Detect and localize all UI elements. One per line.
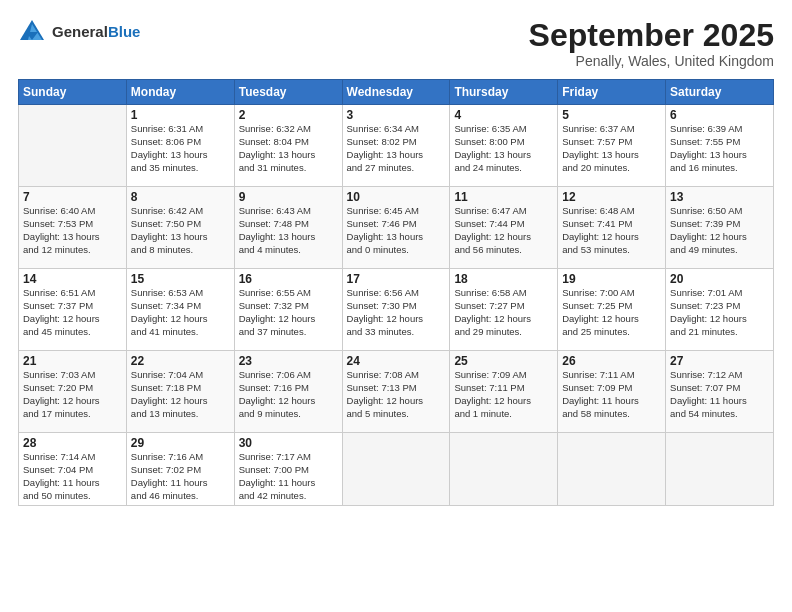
- day-number: 9: [239, 190, 338, 204]
- day-number: 13: [670, 190, 769, 204]
- col-saturday: Saturday: [666, 80, 774, 105]
- location: Penally, Wales, United Kingdom: [529, 53, 774, 69]
- table-row: [342, 433, 450, 506]
- day-info: Sunrise: 6:42 AMSunset: 7:50 PMDaylight:…: [131, 205, 230, 256]
- day-number: 21: [23, 354, 122, 368]
- day-number: 16: [239, 272, 338, 286]
- day-number: 27: [670, 354, 769, 368]
- day-number: 17: [347, 272, 446, 286]
- table-row: 6Sunrise: 6:39 AMSunset: 7:55 PMDaylight…: [666, 105, 774, 187]
- day-info: Sunrise: 6:34 AMSunset: 8:02 PMDaylight:…: [347, 123, 446, 174]
- table-row: 2Sunrise: 6:32 AMSunset: 8:04 PMDaylight…: [234, 105, 342, 187]
- day-number: 30: [239, 436, 338, 450]
- day-info: Sunrise: 7:11 AMSunset: 7:09 PMDaylight:…: [562, 369, 661, 420]
- day-number: 22: [131, 354, 230, 368]
- day-number: 25: [454, 354, 553, 368]
- table-row: 10Sunrise: 6:45 AMSunset: 7:46 PMDayligh…: [342, 187, 450, 269]
- table-row: 13Sunrise: 6:50 AMSunset: 7:39 PMDayligh…: [666, 187, 774, 269]
- page: GeneralBlue September 2025 Penally, Wale…: [0, 0, 792, 612]
- table-row: 11Sunrise: 6:47 AMSunset: 7:44 PMDayligh…: [450, 187, 558, 269]
- table-row: 16Sunrise: 6:55 AMSunset: 7:32 PMDayligh…: [234, 269, 342, 351]
- day-info: Sunrise: 7:06 AMSunset: 7:16 PMDaylight:…: [239, 369, 338, 420]
- table-row: 23Sunrise: 7:06 AMSunset: 7:16 PMDayligh…: [234, 351, 342, 433]
- table-row: 28Sunrise: 7:14 AMSunset: 7:04 PMDayligh…: [19, 433, 127, 506]
- table-row: 8Sunrise: 6:42 AMSunset: 7:50 PMDaylight…: [126, 187, 234, 269]
- day-info: Sunrise: 6:45 AMSunset: 7:46 PMDaylight:…: [347, 205, 446, 256]
- col-sunday: Sunday: [19, 80, 127, 105]
- title-block: September 2025 Penally, Wales, United Ki…: [529, 18, 774, 69]
- day-number: 5: [562, 108, 661, 122]
- day-info: Sunrise: 6:53 AMSunset: 7:34 PMDaylight:…: [131, 287, 230, 338]
- calendar-table: Sunday Monday Tuesday Wednesday Thursday…: [18, 79, 774, 506]
- day-info: Sunrise: 6:47 AMSunset: 7:44 PMDaylight:…: [454, 205, 553, 256]
- day-number: 7: [23, 190, 122, 204]
- calendar-header-row: Sunday Monday Tuesday Wednesday Thursday…: [19, 80, 774, 105]
- table-row: 27Sunrise: 7:12 AMSunset: 7:07 PMDayligh…: [666, 351, 774, 433]
- table-row: 22Sunrise: 7:04 AMSunset: 7:18 PMDayligh…: [126, 351, 234, 433]
- day-info: Sunrise: 6:56 AMSunset: 7:30 PMDaylight:…: [347, 287, 446, 338]
- table-row: 15Sunrise: 6:53 AMSunset: 7:34 PMDayligh…: [126, 269, 234, 351]
- table-row: 24Sunrise: 7:08 AMSunset: 7:13 PMDayligh…: [342, 351, 450, 433]
- day-number: 15: [131, 272, 230, 286]
- day-number: 26: [562, 354, 661, 368]
- day-number: 2: [239, 108, 338, 122]
- table-row: 17Sunrise: 6:56 AMSunset: 7:30 PMDayligh…: [342, 269, 450, 351]
- day-info: Sunrise: 7:00 AMSunset: 7:25 PMDaylight:…: [562, 287, 661, 338]
- col-thursday: Thursday: [450, 80, 558, 105]
- table-row: 14Sunrise: 6:51 AMSunset: 7:37 PMDayligh…: [19, 269, 127, 351]
- table-row: 25Sunrise: 7:09 AMSunset: 7:11 PMDayligh…: [450, 351, 558, 433]
- day-number: 14: [23, 272, 122, 286]
- table-row: 18Sunrise: 6:58 AMSunset: 7:27 PMDayligh…: [450, 269, 558, 351]
- table-row: [19, 105, 127, 187]
- table-row: 12Sunrise: 6:48 AMSunset: 7:41 PMDayligh…: [558, 187, 666, 269]
- table-row: 29Sunrise: 7:16 AMSunset: 7:02 PMDayligh…: [126, 433, 234, 506]
- day-info: Sunrise: 6:50 AMSunset: 7:39 PMDaylight:…: [670, 205, 769, 256]
- logo-text: GeneralBlue: [52, 24, 140, 41]
- table-row: [558, 433, 666, 506]
- day-info: Sunrise: 6:31 AMSunset: 8:06 PMDaylight:…: [131, 123, 230, 174]
- day-info: Sunrise: 6:35 AMSunset: 8:00 PMDaylight:…: [454, 123, 553, 174]
- col-monday: Monday: [126, 80, 234, 105]
- logo-icon: [18, 18, 46, 46]
- day-info: Sunrise: 6:51 AMSunset: 7:37 PMDaylight:…: [23, 287, 122, 338]
- table-row: [666, 433, 774, 506]
- day-number: 23: [239, 354, 338, 368]
- table-row: 5Sunrise: 6:37 AMSunset: 7:57 PMDaylight…: [558, 105, 666, 187]
- table-row: 1Sunrise: 6:31 AMSunset: 8:06 PMDaylight…: [126, 105, 234, 187]
- day-number: 10: [347, 190, 446, 204]
- day-info: Sunrise: 6:32 AMSunset: 8:04 PMDaylight:…: [239, 123, 338, 174]
- day-number: 11: [454, 190, 553, 204]
- day-info: Sunrise: 7:14 AMSunset: 7:04 PMDaylight:…: [23, 451, 122, 502]
- logo-blue: Blue: [108, 23, 141, 40]
- day-info: Sunrise: 7:04 AMSunset: 7:18 PMDaylight:…: [131, 369, 230, 420]
- day-info: Sunrise: 7:12 AMSunset: 7:07 PMDaylight:…: [670, 369, 769, 420]
- logo: GeneralBlue: [18, 18, 140, 46]
- col-wednesday: Wednesday: [342, 80, 450, 105]
- day-number: 12: [562, 190, 661, 204]
- day-info: Sunrise: 7:16 AMSunset: 7:02 PMDaylight:…: [131, 451, 230, 502]
- col-tuesday: Tuesday: [234, 80, 342, 105]
- table-row: 20Sunrise: 7:01 AMSunset: 7:23 PMDayligh…: [666, 269, 774, 351]
- table-row: 9Sunrise: 6:43 AMSunset: 7:48 PMDaylight…: [234, 187, 342, 269]
- table-row: 3Sunrise: 6:34 AMSunset: 8:02 PMDaylight…: [342, 105, 450, 187]
- table-row: 21Sunrise: 7:03 AMSunset: 7:20 PMDayligh…: [19, 351, 127, 433]
- day-info: Sunrise: 6:55 AMSunset: 7:32 PMDaylight:…: [239, 287, 338, 338]
- day-number: 1: [131, 108, 230, 122]
- table-row: 26Sunrise: 7:11 AMSunset: 7:09 PMDayligh…: [558, 351, 666, 433]
- day-number: 24: [347, 354, 446, 368]
- logo-general: General: [52, 23, 108, 40]
- day-number: 18: [454, 272, 553, 286]
- day-info: Sunrise: 6:39 AMSunset: 7:55 PMDaylight:…: [670, 123, 769, 174]
- col-friday: Friday: [558, 80, 666, 105]
- day-number: 4: [454, 108, 553, 122]
- day-number: 28: [23, 436, 122, 450]
- day-info: Sunrise: 6:48 AMSunset: 7:41 PMDaylight:…: [562, 205, 661, 256]
- day-number: 6: [670, 108, 769, 122]
- day-info: Sunrise: 6:43 AMSunset: 7:48 PMDaylight:…: [239, 205, 338, 256]
- day-info: Sunrise: 6:40 AMSunset: 7:53 PMDaylight:…: [23, 205, 122, 256]
- day-number: 8: [131, 190, 230, 204]
- table-row: 19Sunrise: 7:00 AMSunset: 7:25 PMDayligh…: [558, 269, 666, 351]
- table-row: 4Sunrise: 6:35 AMSunset: 8:00 PMDaylight…: [450, 105, 558, 187]
- day-number: 20: [670, 272, 769, 286]
- day-info: Sunrise: 7:17 AMSunset: 7:00 PMDaylight:…: [239, 451, 338, 502]
